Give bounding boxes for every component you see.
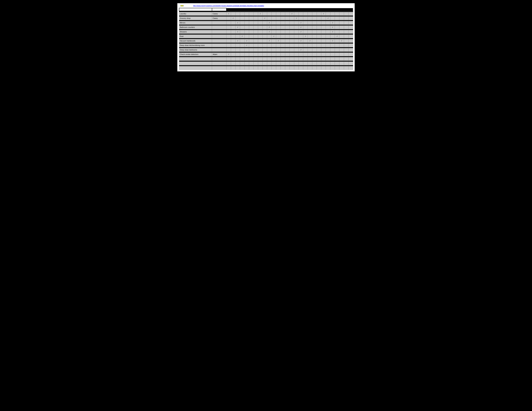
check-cell[interactable] bbox=[285, 12, 290, 16]
check-cell[interactable] bbox=[308, 44, 312, 47]
check-cell[interactable] bbox=[290, 26, 294, 29]
check-cell[interactable] bbox=[272, 48, 276, 52]
check-cell[interactable] bbox=[348, 17, 353, 20]
check-cell[interactable] bbox=[308, 26, 312, 29]
check-cell[interactable] bbox=[344, 48, 348, 52]
check-cell[interactable] bbox=[344, 44, 348, 47]
check-cell[interactable] bbox=[253, 26, 258, 29]
check-cell[interactable] bbox=[308, 21, 312, 25]
check-cell[interactable] bbox=[303, 66, 308, 70]
check-cell[interactable] bbox=[281, 62, 285, 65]
check-cell[interactable] bbox=[267, 66, 272, 70]
check-cell[interactable] bbox=[317, 53, 321, 56]
check-cell[interactable] bbox=[312, 30, 317, 34]
check-cell[interactable] bbox=[339, 17, 344, 20]
check-cell[interactable]: / bbox=[231, 17, 235, 20]
check-cell[interactable] bbox=[253, 44, 258, 47]
check-cell[interactable] bbox=[308, 66, 312, 70]
check-cell[interactable] bbox=[321, 26, 326, 29]
check-cell[interactable] bbox=[267, 62, 272, 65]
check-cell[interactable] bbox=[262, 21, 267, 25]
check-cell[interactable] bbox=[348, 48, 353, 52]
check-cell[interactable] bbox=[294, 12, 299, 16]
check-cell[interactable] bbox=[262, 57, 267, 61]
check-cell[interactable] bbox=[348, 66, 353, 70]
check-cell[interactable] bbox=[276, 12, 281, 16]
check-cell[interactable] bbox=[226, 26, 231, 29]
check-cell[interactable] bbox=[272, 53, 276, 56]
check-cell[interactable] bbox=[262, 26, 267, 29]
check-cell[interactable]: / bbox=[303, 35, 308, 38]
check-cell[interactable] bbox=[294, 44, 299, 47]
check-cell[interactable] bbox=[244, 53, 249, 56]
check-cell[interactable] bbox=[348, 53, 353, 56]
check-cell[interactable] bbox=[303, 48, 308, 52]
check-cell[interactable] bbox=[326, 35, 330, 38]
check-cell[interactable] bbox=[344, 53, 348, 56]
check-cell[interactable] bbox=[258, 53, 262, 56]
check-cell[interactable] bbox=[240, 12, 244, 16]
header-date[interactable] bbox=[180, 5, 183, 6]
check-cell[interactable] bbox=[281, 12, 285, 16]
check-cell[interactable] bbox=[317, 48, 321, 52]
check-cell[interactable]: / bbox=[299, 39, 303, 43]
check-cell[interactable] bbox=[348, 30, 353, 34]
check-cell[interactable] bbox=[285, 26, 290, 29]
check-cell[interactable]: / bbox=[326, 17, 330, 20]
check-cell[interactable] bbox=[272, 57, 276, 61]
check-cell[interactable] bbox=[231, 30, 235, 34]
check-cell[interactable]: / bbox=[226, 12, 231, 16]
check-cell[interactable]: / bbox=[330, 39, 335, 43]
check-cell[interactable] bbox=[276, 26, 281, 29]
check-cell[interactable] bbox=[272, 12, 276, 16]
check-cell[interactable] bbox=[335, 39, 339, 43]
check-cell[interactable] bbox=[262, 44, 267, 47]
check-cell[interactable]: / bbox=[235, 39, 240, 43]
check-cell[interactable] bbox=[321, 17, 326, 20]
check-cell[interactable] bbox=[253, 30, 258, 34]
check-cell[interactable] bbox=[348, 39, 353, 43]
check-cell[interactable]: / bbox=[321, 12, 326, 16]
check-cell[interactable] bbox=[339, 62, 344, 65]
check-cell[interactable] bbox=[321, 48, 326, 52]
check-cell[interactable] bbox=[240, 30, 244, 34]
check-cell[interactable] bbox=[235, 17, 240, 20]
check-cell[interactable] bbox=[281, 44, 285, 47]
check-cell[interactable] bbox=[312, 62, 317, 65]
check-cell[interactable] bbox=[290, 21, 294, 25]
check-cell[interactable] bbox=[348, 57, 353, 61]
check-cell[interactable] bbox=[226, 44, 231, 47]
check-cell[interactable] bbox=[267, 12, 272, 16]
check-cell[interactable] bbox=[290, 48, 294, 52]
check-cell[interactable] bbox=[272, 21, 276, 25]
check-cell[interactable]: / bbox=[272, 35, 276, 38]
check-cell[interactable]: / bbox=[226, 53, 231, 56]
check-cell[interactable] bbox=[294, 21, 299, 25]
check-cell[interactable] bbox=[272, 17, 276, 20]
check-cell[interactable] bbox=[258, 21, 262, 25]
check-cell[interactable] bbox=[262, 53, 267, 56]
check-cell[interactable] bbox=[339, 21, 344, 25]
check-cell[interactable] bbox=[294, 26, 299, 29]
check-cell[interactable] bbox=[267, 44, 272, 47]
check-cell[interactable] bbox=[285, 39, 290, 43]
check-cell[interactable] bbox=[330, 48, 335, 52]
check-cell[interactable]: / bbox=[299, 30, 303, 34]
check-cell[interactable] bbox=[339, 12, 344, 16]
check-cell[interactable] bbox=[348, 12, 353, 16]
check-cell[interactable] bbox=[317, 12, 321, 16]
check-cell[interactable] bbox=[348, 35, 353, 38]
check-cell[interactable]: / bbox=[235, 21, 240, 25]
check-cell[interactable] bbox=[312, 35, 317, 38]
header-link[interactable]: http://www.moneycrashers.com/weekly-hous… bbox=[193, 5, 264, 7]
check-cell[interactable] bbox=[317, 21, 321, 25]
check-cell[interactable] bbox=[348, 21, 353, 25]
check-cell[interactable] bbox=[303, 26, 308, 29]
check-cell[interactable] bbox=[317, 44, 321, 47]
check-cell[interactable] bbox=[253, 53, 258, 56]
check-cell[interactable]: / bbox=[267, 30, 272, 34]
check-cell[interactable] bbox=[321, 21, 326, 25]
check-cell[interactable] bbox=[290, 53, 294, 56]
check-cell[interactable] bbox=[249, 26, 253, 29]
check-cell[interactable] bbox=[285, 53, 290, 56]
